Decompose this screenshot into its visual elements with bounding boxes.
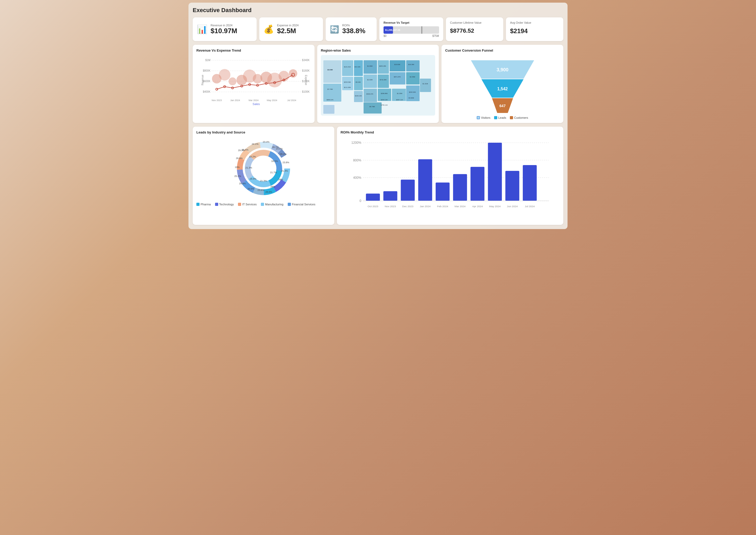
map-container: $3.03M $121.81K $41.52K $1.96M $655.28K … [321, 55, 435, 116]
svg-text:$1.02M: $1.02M [367, 79, 372, 81]
funnel-svg: 3,900 1,542 647 [463, 58, 542, 113]
charts-row: Revenue Vs Expense Trend $1M $800K $600K… [193, 45, 563, 123]
financial-dot [288, 203, 291, 206]
roi-svg: 1200% 800% 400% 0 Oct 2023 Nov 2023 Dec [340, 137, 560, 221]
svg-text:$16.36K: $16.36K [408, 64, 414, 65]
svg-text:24.1%: 24.1% [252, 143, 258, 145]
svg-text:$655.28K: $655.28K [379, 65, 386, 67]
leads-industry-card: Leads by Industry and Source [193, 127, 334, 225]
svg-text:Jan 2024: Jan 2024 [230, 99, 240, 101]
svg-text:$400K: $400K [203, 90, 210, 93]
region-sales-title: Region-wise Sales [321, 48, 435, 52]
target-marker [421, 26, 422, 34]
svg-text:647: 647 [500, 104, 506, 108]
svg-rect-155 [453, 174, 467, 201]
svg-text:19.4%: 19.4% [250, 178, 256, 180]
svg-rect-59 [406, 85, 419, 101]
technology-label: Technology [219, 203, 234, 206]
trend-svg: $1M $800K $600K $400K $340K $160K $180K … [196, 55, 311, 105]
aov-label: Avg Order Value [510, 21, 531, 24]
aov-kpi: Avg Order Value $2194 [506, 17, 563, 41]
svg-rect-50 [406, 60, 419, 71]
svg-rect-61 [323, 105, 334, 114]
svg-text:$539.37K: $539.37K [366, 93, 373, 95]
svg-rect-147 [383, 191, 397, 201]
leads-label: Leads [498, 116, 506, 119]
revenue-icon: 📊 [197, 24, 207, 34]
svg-rect-42 [354, 60, 363, 76]
svg-text:Sales: Sales [253, 102, 260, 105]
svg-rect-44 [354, 77, 363, 90]
page-title: Executive Dashboard [193, 7, 563, 14]
svg-text:Mar 2024: Mar 2024 [249, 99, 258, 101]
svg-text:26.9%: 26.9% [236, 157, 243, 159]
clv-kpi: Customer Lifetime Value $8776.52 [446, 17, 503, 41]
svg-rect-163 [523, 165, 537, 201]
svg-rect-40 [323, 60, 341, 83]
roi-trend-chart: 1200% 800% 400% 0 Oct 2023 Nov 2023 Dec [340, 137, 560, 221]
expense-icon: 💰 [263, 24, 274, 34]
it-services-label: IT Services [242, 203, 256, 206]
roi-trend-title: ROI% Monthly Trend [340, 130, 560, 134]
svg-text:$871.87K: $871.87K [394, 76, 401, 78]
svg-text:$4.69M: $4.69M [409, 97, 414, 99]
svg-text:20.5%: 20.5% [247, 187, 254, 190]
svg-text:23.6%: 23.6% [276, 148, 283, 150]
svg-rect-145 [366, 193, 380, 201]
legend-pharma: Pharma [196, 203, 211, 206]
svg-rect-52 [406, 72, 419, 85]
svg-rect-149 [401, 180, 415, 201]
revenue-trend-title: Revenue Vs Expense Trend [196, 48, 311, 52]
industry-legend: Pharma Technology IT Services Manufactur… [196, 203, 331, 206]
visitors-dot [477, 116, 480, 119]
svg-text:0: 0 [359, 199, 361, 203]
svg-rect-46 [377, 60, 389, 74]
it-services-dot [238, 203, 241, 206]
svg-rect-58 [363, 102, 382, 113]
svg-text:$121.81K: $121.81K [344, 66, 351, 68]
svg-text:$1M: $1M [205, 59, 210, 62]
svg-text:May 2024: May 2024 [267, 99, 278, 101]
customers-label: Customers [514, 116, 528, 119]
target-bar-bg: $1,299,947.06 [384, 26, 439, 34]
manufacturing-label: Manufacturing [265, 203, 284, 206]
svg-text:$1.25M: $1.25M [397, 93, 402, 94]
clv-label: Customer Lifetime Value [450, 21, 482, 24]
svg-point-15 [219, 69, 230, 81]
legend-manufacturing: Manufacturing [261, 203, 284, 206]
svg-text:28.6%: 28.6% [265, 191, 272, 193]
svg-text:23.6%: 23.6% [257, 189, 264, 191]
target-label: Revenue Vs Target [384, 21, 409, 24]
roi-icon: 🔄 [330, 25, 339, 34]
roi-value: 338.8% [342, 27, 365, 35]
svg-text:Revenue: Revenue [201, 75, 204, 85]
svg-text:21.3%: 21.3% [281, 170, 288, 172]
legend-technology: Technology [215, 203, 234, 206]
svg-text:$719.28K: $719.28K [380, 79, 387, 81]
svg-text:$294.00K: $294.00K [409, 91, 416, 93]
target-scale: $0 $75M [384, 35, 439, 37]
donut-container: 28.7% 26.2% 23.8% 21.3% 28% 28% 23.6% 20… [196, 137, 331, 200]
svg-text:$293.13K: $293.13K [381, 99, 388, 100]
svg-text:May 2024: May 2024 [489, 205, 501, 208]
svg-text:18.5%: 18.5% [271, 160, 278, 162]
funnel-legend: Visitors Leads Customers [477, 116, 528, 119]
svg-text:1200%: 1200% [351, 141, 361, 145]
expense-value: $2.5M [277, 27, 299, 35]
revenue-trend-card: Revenue Vs Expense Trend $1M $800K $600K… [193, 45, 314, 123]
leads-dot [494, 116, 497, 119]
target-kpi: Revenue Vs Target $1,299,947.06 $0 $75M [379, 17, 443, 41]
funnel-card: Customer Conversion Funnel 3,900 1,542 6… [442, 45, 563, 123]
svg-text:Dec 2023: Dec 2023 [402, 205, 413, 208]
expense-kpi: 💰 Expense in 2024 $2.5M [259, 17, 323, 41]
svg-text:Jun 2024: Jun 2024 [507, 205, 518, 208]
svg-rect-41 [342, 60, 353, 76]
svg-point-112 [254, 158, 274, 179]
dashboard: Executive Dashboard 📊 Revenue in 2024 $1… [188, 3, 568, 229]
legend-financial: Financial Services [288, 203, 315, 206]
svg-text:$3.03M: $3.03M [327, 69, 333, 70]
svg-text:1,542: 1,542 [497, 87, 508, 91]
aov-value: $2194 [510, 27, 528, 35]
svg-text:$357.11K: $357.11K [396, 99, 403, 100]
svg-text:23.8%: 23.8% [283, 161, 289, 164]
